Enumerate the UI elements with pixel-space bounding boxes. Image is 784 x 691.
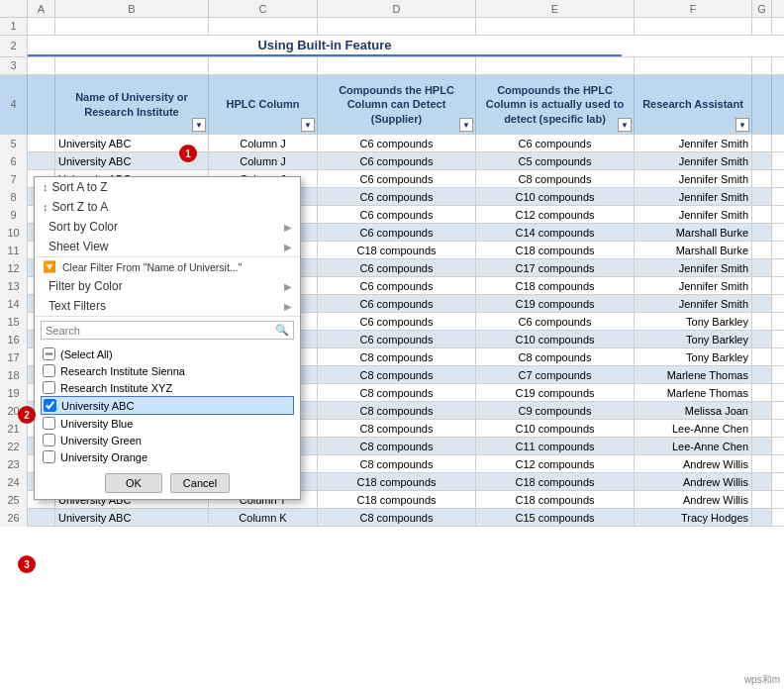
checkbox-item-4[interactable]: University Blue: [41, 415, 294, 432]
cell-g17: [752, 348, 772, 365]
cell-f19: Marlene Thomas: [635, 384, 752, 401]
checkbox-item-0[interactable]: (Select All): [41, 346, 294, 362]
checkbox-1[interactable]: [43, 364, 55, 377]
cell-g5: [752, 135, 772, 151]
cell-g15: [752, 313, 772, 330]
cell-f17: Tony Barkley: [635, 348, 752, 365]
checkbox-6[interactable]: [43, 450, 55, 463]
checkbox-0[interactable]: [43, 347, 55, 360]
header-d[interactable]: Compounds the HPLC Column can Detect (Su…: [318, 75, 476, 134]
rownum-16: 16: [0, 331, 28, 348]
clear-filter-item[interactable]: 🔽 Clear Filter From "Name of Universit..…: [35, 257, 300, 276]
header-b[interactable]: Name of University or Research Institute…: [55, 75, 209, 134]
rownum-2: 2: [0, 36, 28, 56]
sort-by-color-item[interactable]: Sort by Color ▶: [35, 217, 300, 237]
cell-a3: [28, 57, 55, 74]
cell-a26: [28, 509, 55, 526]
checkbox-list: (Select All)Research Institute SiennaRes…: [35, 344, 300, 467]
cell-f10: Marshall Burke: [635, 224, 752, 241]
cell-f20: Melissa Joan: [635, 402, 752, 419]
rownum-14: 14: [0, 295, 28, 313]
cell-b1: [55, 18, 209, 35]
rownum-19: 19: [0, 384, 28, 402]
filter-button-b[interactable]: ▼: [192, 118, 206, 132]
checkbox-4[interactable]: [43, 417, 55, 430]
filter-button-f[interactable]: ▼: [735, 118, 749, 132]
sort-az-label: Sort A to Z: [52, 180, 108, 194]
checkbox-item-2[interactable]: Research Institute XYZ: [41, 379, 294, 396]
rownum-23: 23: [0, 455, 28, 473]
clear-filter-icon: 🔽: [43, 260, 56, 273]
cell-a6: [28, 152, 55, 169]
header-d-text: Compounds the HPLC Column can Detect (Su…: [322, 83, 471, 126]
cell-g8: [752, 188, 772, 205]
row-4: 4 Name of University or Research Institu…: [0, 75, 784, 135]
checkbox-item-3[interactable]: University ABC: [41, 396, 294, 415]
cell-g26: [752, 509, 772, 526]
text-filters-item[interactable]: Text Filters ▶: [35, 296, 300, 316]
search-box[interactable]: 🔍: [41, 321, 294, 340]
sort-za-icon: ↕: [43, 201, 49, 213]
ok-button[interactable]: OK: [105, 473, 162, 493]
cell-e12: C17 compounds: [476, 259, 635, 276]
checkbox-label-4: University Blue: [60, 418, 133, 430]
cell-e24: C18 compounds: [476, 473, 635, 490]
badge-2: 2: [18, 406, 36, 424]
filter-dropdown[interactable]: ↕ Sort A to Z ↕ Sort Z to A Sort by Colo…: [34, 176, 301, 500]
cell-g22: [752, 438, 772, 454]
sort-za-label: Sort Z to A: [52, 200, 109, 214]
header-c-text: HPLC Column: [227, 97, 300, 111]
checkbox-item-6[interactable]: University Orange: [41, 448, 294, 465]
cell-d20: C8 compounds: [318, 402, 476, 419]
checkbox-item-1[interactable]: Research Institute Sienna: [41, 362, 294, 379]
cell-b26[interactable]: University ABC: [55, 509, 209, 526]
sort-color-label: Sort by Color: [49, 220, 118, 234]
cell-d5: C6 compounds: [318, 135, 476, 151]
cell-e3: [476, 57, 635, 74]
cell-f1: [635, 18, 752, 35]
sort-a-z-item[interactable]: ↕ Sort A to Z: [35, 177, 300, 197]
rownum-13: 13: [0, 277, 28, 295]
corner-cell: [0, 0, 28, 17]
rownum-5: 5: [0, 135, 28, 152]
cell-d17: C8 compounds: [318, 348, 476, 365]
checkbox-5[interactable]: [43, 434, 55, 446]
filter-button-d[interactable]: ▼: [459, 118, 473, 132]
cell-d26: C8 compounds: [318, 509, 476, 526]
cell-d15: C6 compounds: [318, 313, 476, 330]
header-f[interactable]: Research Assistant ▼: [635, 75, 752, 134]
filter-by-color-item[interactable]: Filter by Color ▶: [35, 276, 300, 296]
search-input[interactable]: [46, 325, 275, 337]
filter-button-e[interactable]: ▼: [618, 118, 632, 132]
checkbox-label-3: University ABC: [61, 400, 134, 412]
watermark: wps和m: [744, 673, 780, 687]
rownum-1: 1: [0, 18, 28, 35]
cell-f6: Jennifer Smith: [635, 152, 752, 169]
cell-e18: C7 compounds: [476, 366, 635, 383]
filter-button-c[interactable]: ▼: [301, 118, 315, 132]
rownum-25: 25: [0, 491, 28, 509]
checkbox-item-5[interactable]: University Green: [41, 432, 294, 448]
col-header-row: A B C D E F G: [0, 0, 784, 18]
filter-color-arrow: ▶: [284, 281, 292, 292]
checkbox-2[interactable]: [43, 381, 55, 394]
col-letter-c: C: [209, 0, 318, 17]
cell-d11: C18 compounds: [318, 242, 476, 258]
clear-filter-label: Clear Filter From "Name of Universit...": [62, 261, 242, 273]
sheet-view-item[interactable]: Sheet View ▶: [35, 237, 300, 256]
sort-z-a-item[interactable]: ↕ Sort Z to A: [35, 197, 300, 217]
header-c[interactable]: HPLC Column ▼: [209, 75, 318, 134]
checkbox-3[interactable]: [44, 399, 56, 412]
rownum-10: 10: [0, 224, 28, 242]
col-letter-d: D: [318, 0, 476, 17]
cancel-button[interactable]: Cancel: [170, 473, 230, 493]
rownum-4: 4: [0, 75, 28, 134]
checkbox-label-1: Research Institute Sienna: [60, 365, 185, 377]
header-e[interactable]: Compounds the HPLC Column is actually us…: [476, 75, 635, 134]
filter-color-label: Filter by Color: [49, 279, 123, 293]
row-26: 26 University ABC Column K C8 compounds …: [0, 509, 784, 527]
cell-e16: C10 compounds: [476, 331, 635, 347]
filter-section: 🔽 Clear Filter From "Name of Universit..…: [35, 257, 300, 317]
col-letter-e: E: [476, 0, 635, 17]
cell-d1: [318, 18, 476, 35]
